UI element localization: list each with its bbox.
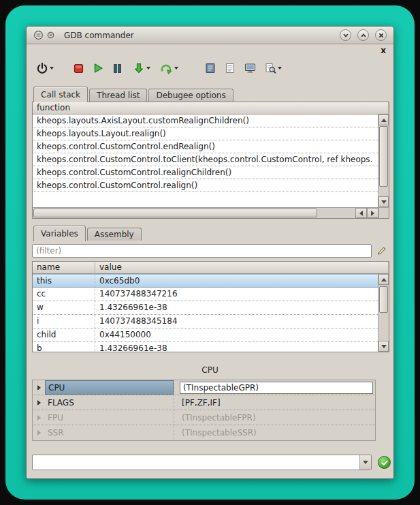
scrollbar-track[interactable] [33,208,355,218]
scroll-left-button[interactable] [355,208,367,218]
curved-arrow-icon [160,62,173,74]
command-combobox[interactable] [32,455,372,470]
chevron-down-icon [363,461,368,464]
document-view-button[interactable] [223,61,238,76]
scrollbar-track[interactable] [378,285,389,341]
chevron-down-icon [342,32,349,39]
tab-debugee-options[interactable]: Debugee options [148,89,233,102]
arrow-left-icon [359,211,363,216]
document-search-button[interactable] [263,61,283,76]
app-icon [33,30,44,40]
cpu-register-name[interactable]: CPU [45,380,174,395]
variable-row[interactable]: child 0x44150000 [33,328,378,342]
callstack-tabbar: Call stack Thread list Debugee options [32,85,388,102]
cpu-register-name[interactable]: SSR [45,425,174,440]
tab-variables[interactable]: Variables [33,226,86,241]
callstack-frame-row[interactable]: kheops.control.CustomControl.realignChil… [33,166,378,179]
scroll-right-button[interactable] [367,208,378,218]
power-button[interactable] [35,61,55,76]
callstack-frame-row[interactable]: kheops.control.CustomControl.endRealign(… [33,140,378,153]
check-icon [381,459,389,467]
callstack-frame-row[interactable]: kheops.control.CustomControl.toClient(kh… [33,153,378,166]
variable-value: 0xc65db0 [95,275,378,287]
callstack-list: kheops.layouts.AxisLayout.customRealignC… [33,114,378,207]
arrow-down-icon [133,62,145,74]
chevron-down-icon [146,67,150,70]
scrollbar-handle[interactable] [33,209,317,217]
cpu-row-ssr[interactable]: SSR (TInspectableSSR) [33,425,375,440]
window-controls [340,29,387,41]
cpu-register-name[interactable]: FPU [45,410,174,425]
variable-row-selected[interactable]: this 0xc65db0 [33,274,378,288]
dock-close-button[interactable]: x [378,46,388,55]
expand-arrow-icon[interactable] [33,395,45,410]
arrow-up-icon [381,119,387,122]
column-header-function[interactable]: function [33,102,389,114]
scrollbar-handle[interactable] [379,286,388,313]
run-button[interactable] [91,61,106,76]
variable-row[interactable]: b 1.43266961e-38 [33,342,378,352]
callstack-frame-row[interactable]: kheops.layouts.AxisLayout.customRealignC… [33,114,378,127]
cpu-row-cpu[interactable]: CPU (TInspectableGPR) [33,380,375,395]
variable-name: this [33,275,95,287]
expand-arrow-icon[interactable] [33,410,45,425]
chevron-up-icon [360,32,367,39]
column-header-name[interactable]: name [33,262,95,273]
cpu-register-value: (TInspectableSSR) [174,425,375,440]
variables-filter-input[interactable] [32,244,372,258]
variable-name: b [33,342,95,352]
gdb-commander-window: GDB commander x [26,26,394,479]
variable-row[interactable]: w 1.43266961e-38 [33,301,378,315]
callstack-frame-row[interactable]: kheops.layouts.Layout.realign() [33,127,378,140]
scrollbar-track[interactable] [378,125,389,196]
monitor-view-button[interactable] [242,61,258,76]
combo-dropdown-button[interactable] [359,455,371,470]
expand-arrow-icon[interactable] [33,380,45,395]
pin-icon[interactable] [47,31,54,39]
cpu-row-fpu[interactable]: FPU (TInspectableFPR) [33,410,375,425]
arrow-down-icon [381,345,387,348]
maximize-button[interactable] [357,29,369,41]
variables-vertical-scrollbar[interactable] [378,274,389,352]
pause-button[interactable] [110,61,125,76]
variable-row[interactable]: i 140737488345184 [33,315,378,328]
document-icon [224,62,236,74]
filter-pen-button[interactable] [376,245,388,257]
scroll-up-button[interactable] [378,274,389,285]
scroll-up-button[interactable] [378,114,389,125]
callstack-vertical-scrollbar[interactable] [378,114,389,207]
cpu-group-title: CPU [27,365,393,375]
stop-button[interactable] [71,61,86,76]
minimize-button[interactable] [340,29,351,41]
variable-row[interactable]: cc 140737488347216 [33,288,378,301]
callstack-panel: function kheops.layouts.AxisLayout.custo… [32,102,389,219]
play-icon [92,62,104,74]
execute-command-button[interactable] [378,456,391,469]
scroll-down-button[interactable] [378,196,389,207]
variables-header: name value [33,262,389,274]
tab-call-stack[interactable]: Call stack [33,87,88,102]
tab-thread-list[interactable]: Thread list [89,89,147,102]
variable-value: 0x44150000 [95,328,378,341]
variable-name: i [33,315,95,328]
scroll-down-button[interactable] [378,341,389,352]
expand-arrow-icon[interactable] [33,425,45,440]
step-into-button[interactable] [131,61,152,76]
close-button[interactable] [375,29,387,41]
callstack-horizontal-scrollbar[interactable] [33,207,389,218]
arrow-up-icon [381,278,387,281]
command-input[interactable] [33,455,359,470]
column-header-value[interactable]: value [95,262,389,273]
titlebar[interactable]: GDB commander [27,27,393,44]
scrollbar-handle[interactable] [379,126,388,187]
cpu-row-flags[interactable]: FLAGS [PF,ZF,IF] [33,395,375,410]
arrow-down-icon [381,200,387,204]
cpu-register-name[interactable]: FLAGS [45,395,174,410]
tab-assembly[interactable]: Assembly [87,228,142,241]
notebook-view-button[interactable] [203,61,218,76]
power-icon [36,62,48,74]
cpu-value-editor[interactable]: (TInspectableGPR) [180,382,373,394]
cpu-register-value: (TInspectableFPR) [174,410,375,425]
callstack-frame-row[interactable]: kheops.control.CustomControl.realign() [33,179,378,192]
step-over-button[interactable] [159,61,180,76]
